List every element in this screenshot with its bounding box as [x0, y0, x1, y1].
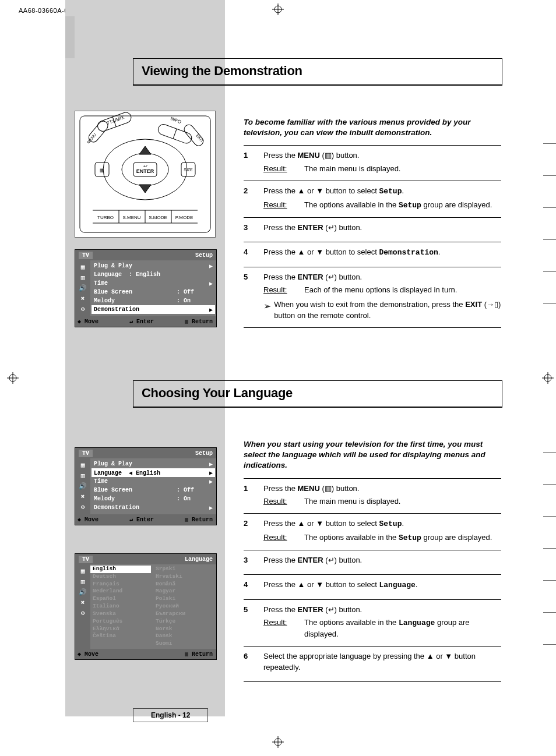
t: ENTER: [298, 273, 323, 281]
svg-text:P.MODE: P.MODE: [175, 215, 193, 220]
t: .: [402, 519, 404, 528]
svg-text:▦: ▦: [100, 168, 104, 173]
t: MENU: [298, 151, 320, 160]
result-text: The main menu is displayed.: [304, 496, 501, 507]
svg-text:TURBO: TURBO: [97, 215, 114, 220]
osd-setup-2: TVSetup ▦▥🔊✖⚙ Plug & Play▶Language ◀ Eng…: [75, 447, 217, 525]
step: 3 Press the ENTER (↵) button.: [244, 550, 501, 574]
osd-list: Plug & Play▶Language : EnglishTime▶Blue …: [90, 260, 216, 316]
osd-icon-col: ▦▥🔊✖⚙: [75, 458, 90, 514]
step-num: 4: [244, 247, 263, 261]
svg-text:MENU: MENU: [86, 132, 97, 144]
step-num: 2: [244, 518, 263, 544]
osd-foot-return: ▥ Return: [185, 318, 213, 325]
t: Select the appropriate language by press…: [263, 652, 476, 672]
t: Press the ▲ or ▼ button to select: [263, 580, 379, 589]
svg-text:ENTER: ENTER: [136, 168, 154, 174]
t: Demonstration: [379, 248, 438, 257]
svg-text:S.MODE: S.MODE: [149, 215, 167, 220]
t: Press the: [263, 484, 298, 493]
t: (↵) button.: [323, 273, 363, 281]
svg-text:S.MENU: S.MENU: [122, 215, 140, 220]
page-footer: English - 12: [133, 708, 208, 722]
t: (▥) button.: [320, 151, 360, 160]
osd-title: Setup: [195, 450, 213, 457]
section-title-2: Choosing Your Language: [133, 380, 502, 408]
step: 2 Press the ▲ or ▼ button to select Setu…: [244, 513, 501, 550]
osd-icon-col: ▦▥🔊✖⚙: [75, 260, 90, 316]
t: (↵) button.: [323, 605, 363, 614]
t: Press the: [263, 605, 298, 614]
result-label: Result:: [263, 496, 304, 507]
t: (▥) button.: [320, 484, 360, 493]
osd-icon-col: ▦▥🔊✖⚙: [75, 564, 90, 649]
result-label: Result:: [263, 617, 304, 640]
t: Language: [379, 581, 415, 589]
t: Press the ▲ or ▼ button to select: [263, 519, 379, 528]
result-text: The options available in the Language gr…: [304, 617, 501, 640]
section-title-1: Viewing the Demonstration: [133, 58, 502, 86]
step-num: 3: [244, 555, 263, 568]
page-number: English - 12: [133, 708, 208, 722]
result-text: The main menu is displayed.: [304, 164, 501, 175]
osd-foot-move: ◆ Move: [78, 318, 98, 325]
note-text: When you wish to exit from the demonstra…: [274, 299, 501, 322]
step-num: 4: [244, 580, 263, 594]
step-num: 5: [244, 605, 263, 641]
t: (↵) button.: [323, 556, 363, 564]
osd-lang-cols: EnglishDeutschFrançaisNederlandEspañolIt…: [90, 564, 216, 649]
t: MENU: [298, 484, 320, 493]
osd-foot-move: ◆ Move: [78, 516, 98, 523]
crop-mark-bottom: [272, 736, 284, 748]
result-text: The options available in the Setup group…: [304, 200, 501, 211]
t: Setup: [379, 187, 402, 196]
section2-intro: When you start using your television for…: [244, 439, 500, 471]
step: 1 Press the MENU (▥) button. Result:The …: [244, 478, 501, 514]
t: Press the ▲ or ▼ button to select: [263, 248, 379, 256]
svg-text:⮐: ⮐: [143, 164, 147, 168]
step: 2 Press the ▲ or ▼ button to select Setu…: [244, 181, 501, 217]
t: ENTER: [298, 605, 323, 614]
t: .: [402, 186, 404, 195]
step-num: 2: [244, 186, 263, 211]
osd-list: Plug & Play▶Language ◀ English▶Time▶Blue…: [90, 458, 216, 514]
osd-foot-enter: ↵ Enter: [129, 516, 154, 523]
osd-setup-1: TVSetup ▦▥🔊✖⚙ Plug & Play▶Language : Eng…: [75, 249, 217, 327]
t: (↵) button.: [323, 223, 363, 232]
section-title-2-text: Choosing Your Language: [142, 386, 494, 401]
osd-foot-return: ▥ Return: [185, 516, 213, 523]
osd-language: TVLanguage ▦▥🔊✖⚙ EnglishDeutschFrançaisN…: [75, 553, 217, 660]
t: Setup: [379, 520, 402, 528]
step-num: 6: [244, 651, 263, 676]
result-text: The options available in the Setup group…: [304, 532, 501, 544]
t: Press the: [263, 556, 298, 564]
t: .: [416, 580, 418, 589]
t: .: [438, 248, 441, 256]
step-num: 1: [244, 150, 263, 175]
svg-rect-23: [182, 123, 205, 147]
result-label: Result:: [263, 164, 304, 175]
osd-tv: TV: [79, 252, 93, 259]
note-icon: ➢: [263, 299, 274, 322]
step: 4 Press the ▲ or ▼ button to select Demo…: [244, 242, 501, 267]
t: Press the ▲ or ▼ button to select: [263, 186, 379, 195]
osd-tv: TV: [79, 450, 93, 457]
svg-line-21: [173, 129, 177, 139]
t: Press the: [263, 273, 298, 281]
step: 5 Press the ENTER (↵) button. Result:The…: [244, 599, 501, 647]
t: ENTER: [298, 223, 323, 232]
step-num: 3: [244, 222, 263, 236]
step: 3 Press the ENTER (↵) button.: [244, 217, 501, 242]
section2-steps: 1 Press the MENU (▥) button. Result:The …: [244, 478, 501, 682]
step: 4 Press the ▲ or ▼ button to select Lang…: [244, 574, 501, 599]
osd-foot-move: ◆ Move: [78, 651, 98, 658]
t: Press the: [263, 223, 298, 232]
step: 5 Press the ENTER (↵) button. Result:Eac…: [244, 267, 501, 328]
step-num: 5: [244, 272, 263, 322]
step: 1 Press the MENU (▥) button. Result:The …: [244, 145, 501, 181]
osd-tv: TV: [79, 556, 93, 563]
result-text: Each of the menu options is displayed in…: [304, 285, 501, 296]
section-title-1-text: Viewing the Demonstration: [142, 63, 494, 79]
step: 6 Select the appropriate language by pre…: [244, 646, 501, 682]
section1-intro: To become familiar with the various menu…: [244, 117, 500, 138]
